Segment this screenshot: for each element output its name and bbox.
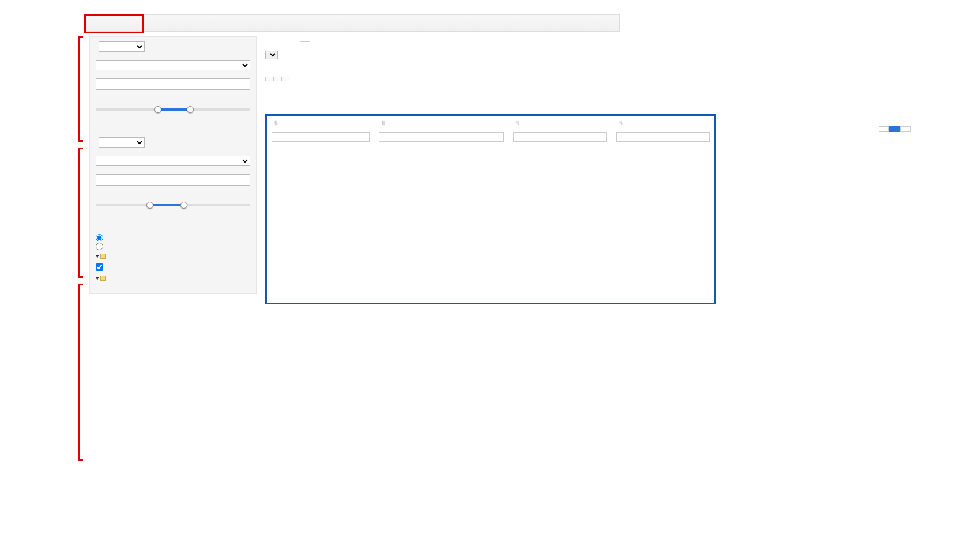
annotation-bracket-1 xyxy=(78,36,83,142)
annotation-bracket-2 xyxy=(78,148,83,278)
results-table-container: ⇅ ⇅ ⇅ ⇅ xyxy=(265,114,716,304)
table-export-buttons xyxy=(265,77,726,81)
annotation-bracket-3 xyxy=(78,284,83,461)
col-obs[interactable]: ⇅ xyxy=(374,116,508,130)
sort-icon: ⇅ xyxy=(274,120,278,126)
show-count-select[interactable] xyxy=(265,51,278,59)
sort-icon: ⇅ xyxy=(381,120,386,126)
filter-pval[interactable] xyxy=(616,132,710,142)
top-nav xyxy=(84,14,620,32)
filter-corr[interactable] xyxy=(513,132,606,142)
sub-tabs xyxy=(265,41,726,47)
highlight-box-univariate xyxy=(84,14,144,33)
tab-tissuecorr[interactable] xyxy=(300,41,310,47)
col-corr[interactable]: ⇅ xyxy=(508,116,611,130)
x-range-slider[interactable] xyxy=(96,100,250,121)
sidebar-panel: ▾ ▾ xyxy=(89,36,257,294)
folder-icon xyxy=(100,276,106,281)
tissue-tree-color: ▾ xyxy=(96,274,250,282)
tree-minus-icon[interactable]: ▾ xyxy=(96,252,99,260)
y-ident-input[interactable] xyxy=(96,174,250,186)
copy-button[interactable] xyxy=(265,77,273,81)
filter-obs[interactable] xyxy=(379,132,504,142)
y-range-slider[interactable] xyxy=(96,196,250,217)
show-entries-row xyxy=(265,51,726,59)
y-datatype-select[interactable] xyxy=(96,156,250,166)
next-page-button[interactable] xyxy=(900,126,911,132)
radio-exclude[interactable] xyxy=(96,243,103,250)
main-area xyxy=(265,36,726,81)
show-color-checkbox[interactable] xyxy=(96,263,103,271)
x-datatype-select[interactable] xyxy=(96,60,250,70)
current-page[interactable] xyxy=(889,126,900,132)
y-cellline-select[interactable] xyxy=(99,137,145,148)
print-button[interactable] xyxy=(273,77,281,81)
pagination xyxy=(879,126,911,132)
prev-page-button[interactable] xyxy=(879,126,889,132)
results-table: ⇅ ⇅ ⇅ ⇅ xyxy=(267,116,714,144)
tree-minus-icon-2[interactable]: ▾ xyxy=(96,274,99,282)
filter-tissue[interactable] xyxy=(272,132,370,142)
tab-viewdata[interactable] xyxy=(277,41,279,47)
sort-icon: ⇅ xyxy=(515,120,520,126)
radio-include[interactable] xyxy=(96,234,103,241)
x-cellline-select[interactable] xyxy=(99,41,145,52)
col-pval[interactable]: ⇅ xyxy=(612,116,715,130)
sort-icon: ⇅ xyxy=(619,120,623,126)
x-ident-input[interactable] xyxy=(96,78,250,90)
tissue-tree-include: ▾ xyxy=(96,252,250,260)
download-button[interactable] xyxy=(281,77,289,81)
tab-plotdata[interactable] xyxy=(265,41,267,47)
col-tissue[interactable]: ⇅ xyxy=(267,116,374,130)
tab-compare[interactable] xyxy=(288,41,291,47)
folder-icon xyxy=(100,254,106,259)
